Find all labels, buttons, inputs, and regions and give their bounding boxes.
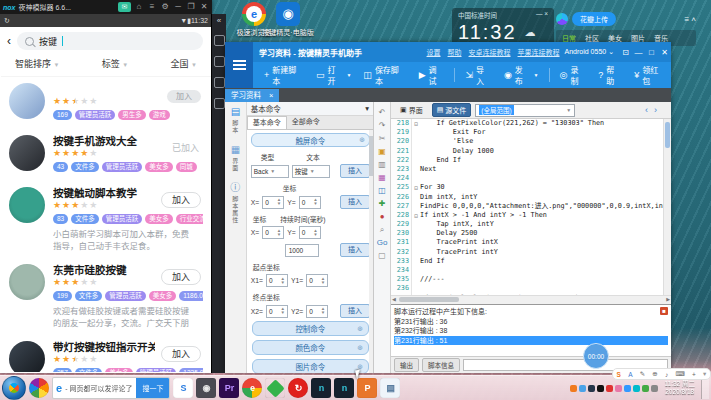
script-icon[interactable]: ▤ — [231, 106, 240, 118]
panel-scrollbar[interactable] — [369, 130, 373, 373]
tray-icon-2[interactable] — [588, 385, 595, 392]
sogou-tool-icon-2[interactable]: ✎ — [640, 370, 645, 378]
taskbar-nox-instance-2[interactable]: n — [334, 378, 354, 398]
undo-icon[interactable]: ↶ — [379, 108, 386, 117]
toolbar-new-button[interactable]: +新建脚本 — [259, 61, 309, 89]
taskbar-premiere[interactable]: Pr — [219, 378, 239, 398]
titlebar-link-帮助[interactable]: 帮助 — [448, 47, 462, 57]
group-list-item[interactable]: 东莞市硅胶按键★★★★★199文件多管理员活跃美女多1186.0km欢迎有做硅胶… — [1, 258, 211, 335]
info-icon[interactable]: ⓘ — [230, 182, 240, 194]
tray-icon-3[interactable] — [597, 385, 604, 392]
toolbar-publish-button[interactable]: ◉发布 ▼ — [499, 61, 544, 89]
run-timer-badge[interactable]: 00:00 — [583, 343, 609, 369]
sogou-tool-icon-4[interactable]: ♪ — [665, 371, 668, 378]
section-颜色命令[interactable]: 颜色命令⊛ — [252, 340, 369, 355]
gift-icon[interactable]: ⌂ — [134, 0, 144, 14]
tray-icon-9[interactable] — [651, 385, 658, 392]
duration-input[interactable]: 1000 — [285, 244, 319, 257]
upload-button[interactable]: 花瓣上传 — [572, 12, 616, 26]
device-selector[interactable]: Android 0550 ⌄ — [565, 48, 614, 56]
insert-swipe-button[interactable]: 插入 — [340, 304, 370, 318]
toolbar-redpacket-button[interactable]: ¥领红包 — [629, 61, 671, 89]
refresh-icon[interactable]: ↻ — [4, 17, 10, 25]
debug-output-panel[interactable]: ■ 脚本运行过程中产生如下信息:第231行输出 : 36第232行输出 : 38… — [391, 304, 671, 356]
tab-script[interactable]: 学习资料× — [225, 89, 279, 102]
maximize-icon[interactable]: ❐ — [186, 0, 196, 14]
swipe-x2-stepper[interactable]: 0▲▼ — [266, 305, 288, 318]
copy-icon[interactable]: ▥ — [378, 160, 386, 169]
tray-icon-6[interactable] — [624, 385, 631, 392]
toolbar-save-button[interactable]: ◫保存脚本 — [358, 61, 411, 89]
group-list-item[interactable]: 带灯按键按钮指示开关...★★★★★357文件多美女多管理员活跃1235.0km… — [1, 335, 211, 372]
join-button[interactable]: 加入 — [161, 269, 201, 285]
close-icon[interactable]: ✕ — [199, 0, 209, 14]
sogou-tool-icon-3[interactable]: ⊕ — [652, 370, 657, 378]
sogou-tool-icon-1[interactable]: A — [628, 371, 632, 378]
tray-icon-1[interactable] — [579, 385, 586, 392]
tray-icon-8[interactable] — [642, 385, 649, 392]
join-button[interactable]: 加入 — [161, 192, 201, 208]
paste-icon[interactable]: ▣ — [378, 147, 386, 156]
taskbar-search-deskband[interactable]: e - 网页都可以发评论了 搜一下 — [52, 377, 170, 399]
find-icon[interactable]: ⌕ — [380, 225, 384, 234]
tray-icon-5[interactable] — [615, 385, 622, 392]
redo-icon[interactable]: ↷ — [379, 121, 386, 130]
press-x-stepper[interactable]: 0▲▼ — [262, 226, 284, 239]
pin-icon[interactable]: ▾ — [365, 104, 369, 113]
taskbar-sogou-browser[interactable]: S — [173, 378, 193, 398]
nox-sidebar[interactable]: « — [211, 14, 226, 373]
section-touch-commands[interactable]: 触屏命令⊛ — [251, 133, 370, 147]
grid-icon[interactable]: ▦ — [231, 144, 240, 156]
taskbar-green-diamond[interactable] — [265, 378, 285, 398]
insert-press-button[interactable]: 插入 — [340, 243, 370, 257]
group-list-item[interactable]: 按键触动脚本教学★★★★★83文件多管理员活跃美女多行业交流小白萌新学习脚本可加… — [1, 181, 211, 258]
tap-y-stepper[interactable]: 0▲▼ — [299, 196, 321, 209]
tab-output[interactable]: 输出 — [394, 358, 419, 372]
key-type-select[interactable]: Back▼ — [251, 165, 289, 178]
section-控制命令[interactable]: 控制命令⊛ — [252, 321, 369, 336]
fold-toggle-icon[interactable]: ⊟ — [412, 211, 420, 220]
show-desktop-button[interactable] — [701, 377, 709, 399]
breakpoint-icon[interactable]: ● — [380, 212, 385, 221]
clear-output-icon[interactable]: ■ — [660, 307, 668, 315]
insert-key-button[interactable]: 插入 — [340, 164, 370, 178]
sogou-tool-icon-0[interactable]: S — [617, 371, 621, 378]
section-图片命令[interactable]: 图片命令⊛ — [252, 359, 369, 373]
start-button[interactable] — [2, 376, 26, 400]
tab-close-icon[interactable]: × — [269, 89, 273, 102]
tray-icon-4[interactable] — [606, 385, 613, 392]
taskbar-nox-instance-1[interactable]: n — [311, 378, 331, 398]
panel-tab-全部命令[interactable]: 全部命令 — [287, 116, 325, 129]
minimize-icon[interactable]: ─ — [173, 0, 183, 14]
desktop-icon-quickmacro[interactable]: 按键精灵·电脑版 — [262, 2, 314, 37]
quickmacro-titlebar[interactable]: 学习资料 - 按键精灵手机助手 设置帮助安卓连接教程苹果连接教程 Android… — [225, 42, 671, 62]
taskbar-camera-app[interactable]: ◉ — [196, 378, 216, 398]
format-icon[interactable]: ▦ — [378, 173, 386, 182]
skin-icon[interactable]: ⊡ — [619, 48, 632, 57]
menu-icon[interactable]: ≡ — [147, 0, 157, 14]
swipe-y2-stepper[interactable]: 0▲▼ — [306, 305, 328, 318]
scope-dropdown[interactable]: (全局范围)▼ — [475, 104, 575, 117]
swipe-y1-stepper[interactable]: 0▲▼ — [306, 274, 328, 287]
minimize-icon[interactable]: — — [632, 48, 645, 57]
toolbar-open-button[interactable]: ▭打开 ▼ — [311, 61, 356, 89]
collapse-icon[interactable]: ⊛ — [359, 136, 365, 144]
message-button[interactable]: ✉ — [118, 2, 131, 12]
sidebar-tool-icon[interactable] — [214, 56, 225, 67]
close-icon[interactable]: ✕ — [658, 48, 671, 57]
pinwheel-app-button[interactable] — [29, 378, 49, 398]
back-icon[interactable]: ‹ — [7, 35, 11, 47]
group-list-item[interactable]: ★★★★★169管理员活跃男生多游戏加入 — [1, 77, 211, 129]
collapse-sidebar-icon[interactable]: « — [217, 16, 221, 25]
main-menu-button[interactable] — [225, 42, 253, 88]
maximize-icon[interactable]: □ — [645, 48, 658, 57]
sogou-input-bar[interactable]: SA✎⊕♪⌨+▾ — [612, 368, 711, 380]
taskbar-notepad[interactable]: ▤ — [380, 378, 400, 398]
taskbar-wps-presentation[interactable]: P — [357, 378, 377, 398]
sogou-tool-icon-6[interactable]: + — [692, 371, 696, 378]
filter-全国[interactable]: 全国 ▼ — [171, 57, 197, 70]
toolbar-import-button[interactable]: ⇲导入 — [460, 61, 496, 89]
sidebar-tool-icon[interactable] — [214, 98, 225, 109]
nav-next-icon[interactable]: › — [654, 105, 657, 115]
search-go-button[interactable]: 搜一下 — [136, 378, 169, 398]
